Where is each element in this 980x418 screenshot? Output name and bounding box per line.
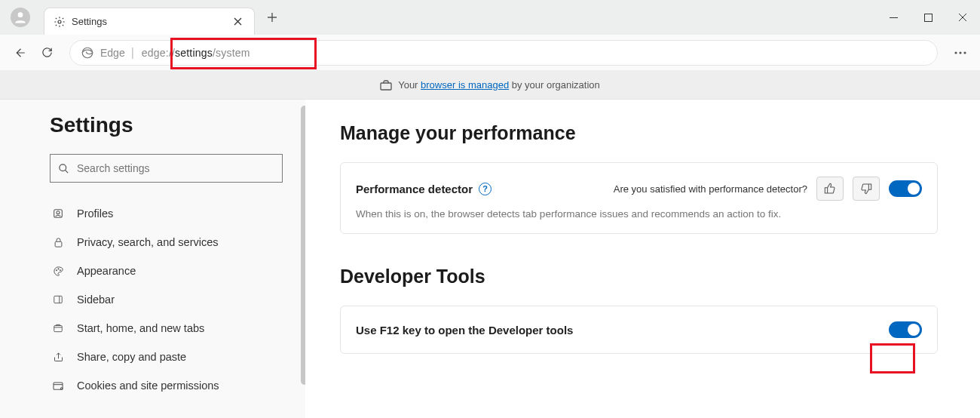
url-brand: Edge — [100, 47, 125, 59]
svg-point-8 — [60, 164, 66, 171]
section-heading-devtools: Developer Tools — [340, 266, 938, 287]
lock-icon — [53, 236, 64, 249]
url-separator: | — [131, 46, 134, 60]
perf-feedback-group: Are you satisfied with performance detec… — [614, 177, 922, 201]
arrow-left-icon — [13, 46, 26, 60]
svg-rect-15 — [54, 296, 63, 303]
thumbs-up-button[interactable] — [816, 177, 844, 201]
settings-nav: Profiles Privacy, search, and services A… — [50, 199, 283, 400]
sidebar-item-label: Appearance — [77, 265, 136, 277]
share-icon — [53, 352, 64, 363]
svg-point-4 — [954, 51, 957, 54]
refresh-icon — [41, 46, 54, 59]
url-text: edge://settings/system — [142, 47, 250, 59]
sidebar-item-label: Start, home, and new tabs — [77, 322, 204, 334]
svg-point-18 — [60, 388, 63, 390]
f12-card: Use F12 key to open the Developer tools — [340, 306, 938, 354]
sidebar-item-label: Share, copy and paste — [77, 351, 186, 363]
performance-detector-card: Performance detector ? Are you satisfied… — [340, 162, 938, 234]
svg-point-10 — [57, 211, 60, 214]
refresh-button[interactable] — [33, 39, 60, 66]
menu-button[interactable] — [947, 39, 974, 66]
feedback-question: Are you satisfied with performance detec… — [614, 183, 807, 195]
svg-rect-2 — [924, 14, 932, 21]
cookie-icon — [52, 380, 64, 392]
info-icon[interactable]: ? — [479, 183, 492, 195]
tab-title: Settings — [72, 16, 228, 27]
f12-card-title: Use F12 key to open the Developer tools — [356, 324, 573, 337]
settings-heading: Settings — [50, 113, 283, 137]
svg-rect-7 — [381, 83, 391, 90]
sidebar-item-profiles[interactable]: Profiles — [50, 199, 283, 228]
maximize-button[interactable] — [911, 5, 945, 29]
sidebar-item-cookies[interactable]: Cookies and site permissions — [50, 371, 283, 400]
minimize-icon — [890, 14, 898, 22]
perf-card-title: Performance detector ? — [356, 183, 492, 195]
tab-close-button[interactable] — [228, 13, 247, 31]
new-tab-button[interactable] — [261, 6, 283, 29]
perf-detector-toggle[interactable] — [889, 180, 922, 197]
svg-rect-16 — [54, 326, 63, 332]
settings-sidebar: Settings Profiles Privacy, search, and s… — [0, 100, 305, 418]
svg-point-6 — [963, 51, 966, 54]
svg-point-1 — [58, 20, 61, 23]
svg-rect-11 — [55, 241, 62, 247]
plus-icon — [267, 12, 277, 23]
managed-prefix: Your — [398, 79, 421, 91]
gear-icon — [54, 16, 66, 28]
sidebar-item-sidebar[interactable]: Sidebar — [50, 285, 283, 314]
sidebar-icon — [52, 294, 64, 305]
managed-banner: Your browser is managed by your organiza… — [0, 71, 980, 100]
search-input[interactable] — [77, 162, 274, 174]
svg-point-5 — [959, 51, 961, 54]
ellipsis-icon — [954, 51, 966, 54]
managed-suffix: by your organization — [509, 79, 600, 91]
titlebar: Settings — [0, 0, 980, 35]
tabs-icon — [52, 323, 64, 333]
search-icon — [58, 163, 69, 174]
thumbs-down-button[interactable] — [853, 177, 880, 201]
window-controls — [876, 0, 980, 35]
sidebar-item-privacy[interactable]: Privacy, search, and services — [50, 228, 283, 257]
svg-point-3 — [82, 48, 93, 58]
settings-main: Manage your performance Performance dete… — [305, 100, 980, 418]
settings-search[interactable] — [50, 154, 283, 183]
sidebar-item-label: Profiles — [77, 207, 113, 220]
edge-logo-icon — [81, 46, 94, 60]
maximize-icon — [924, 14, 933, 22]
f12-toggle[interactable] — [889, 321, 922, 338]
thumbs-down-icon — [860, 183, 872, 195]
perf-card-title-text: Performance detector — [356, 183, 473, 195]
briefcase-icon — [380, 80, 392, 91]
content-area: Settings Profiles Privacy, search, and s… — [0, 100, 980, 418]
sidebar-item-appearance[interactable]: Appearance — [50, 257, 283, 285]
perf-card-desc: When this is on, the browser detects tab… — [356, 208, 922, 220]
sidebar-item-label: Privacy, search, and services — [77, 236, 219, 248]
profile-avatar[interactable] — [11, 8, 30, 27]
svg-point-12 — [56, 269, 57, 270]
sidebar-item-share[interactable]: Share, copy and paste — [50, 343, 283, 371]
browser-tab[interactable]: Settings — [44, 8, 255, 35]
thumbs-up-icon — [824, 183, 836, 195]
svg-point-14 — [60, 269, 60, 270]
sidebar-item-label: Cookies and site permissions — [77, 380, 219, 392]
palette-icon — [52, 266, 65, 277]
svg-point-0 — [18, 12, 23, 17]
svg-rect-17 — [54, 383, 63, 389]
close-window-button[interactable] — [945, 5, 980, 29]
section-heading-performance: Manage your performance — [340, 122, 938, 144]
sidebar-item-start[interactable]: Start, home, and new tabs — [50, 314, 283, 343]
address-bar[interactable]: Edge | edge://settings/system — [69, 40, 938, 66]
back-button[interactable] — [6, 39, 33, 66]
close-icon — [234, 17, 242, 26]
profile-icon — [52, 207, 64, 220]
sidebar-item-label: Sidebar — [77, 294, 115, 306]
svg-point-13 — [57, 268, 58, 269]
close-icon — [958, 13, 967, 22]
minimize-button[interactable] — [876, 5, 911, 29]
toolbar: Edge | edge://settings/system — [0, 35, 980, 71]
managed-link[interactable]: browser is managed — [421, 79, 509, 91]
person-icon — [13, 10, 28, 25]
